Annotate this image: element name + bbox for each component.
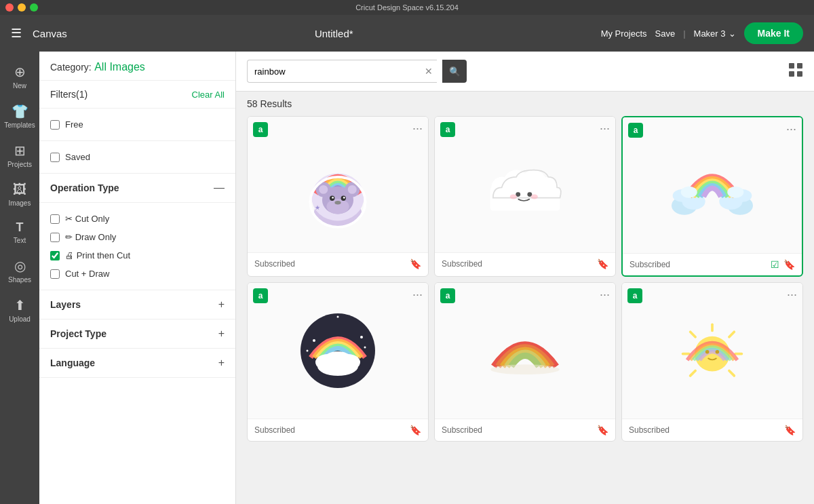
category-header: Category: All Images bbox=[39, 52, 235, 81]
category-value[interactable]: All Images bbox=[94, 61, 145, 73]
layers-header: Layers + bbox=[39, 290, 235, 319]
card-more-icon[interactable]: ··· bbox=[786, 123, 796, 135]
make-it-button[interactable]: Make It bbox=[744, 22, 803, 44]
card-footer: Subscribed 🔖 bbox=[435, 252, 615, 275]
print-then-cut-row: 🖨 Print then Cut bbox=[50, 246, 225, 265]
language-title: Language bbox=[50, 357, 95, 368]
svg-line-53 bbox=[691, 332, 695, 336]
image-card[interactable]: a ··· bbox=[434, 282, 616, 442]
operation-type-options: ✂ Cut Only ✏ Draw Only 🖨 Print then Cut bbox=[39, 203, 235, 290]
bookmark-icon[interactable]: 🔖 bbox=[597, 425, 608, 435]
svg-line-52 bbox=[729, 371, 734, 376]
title-bar: Cricut Design Space v6.15.204 bbox=[0, 0, 814, 15]
bookmark-icon[interactable]: 🔖 bbox=[410, 425, 421, 435]
svg-rect-0 bbox=[789, 63, 794, 69]
svg-point-16 bbox=[348, 185, 357, 194]
category-label: Category: bbox=[50, 62, 92, 73]
grid-toggle-icon[interactable] bbox=[788, 62, 803, 81]
my-projects-link[interactable]: My Projects bbox=[601, 28, 647, 39]
machine-selector[interactable]: Maker 3 ⌄ bbox=[694, 28, 736, 39]
card-badge: a bbox=[628, 123, 643, 138]
save-link[interactable]: Save bbox=[655, 28, 676, 39]
image-card[interactable]: a ··· bbox=[247, 282, 429, 442]
svg-point-43 bbox=[360, 336, 363, 338]
cut-draw-row: Cut + Draw bbox=[50, 265, 225, 283]
card-image-area: a ··· bbox=[248, 117, 428, 252]
saved-checkbox[interactable] bbox=[50, 153, 60, 162]
sidebar-item-shapes[interactable]: ◎ Shapes bbox=[2, 252, 37, 289]
svg-point-27 bbox=[510, 195, 517, 199]
bookmark-icon[interactable]: 🔖 bbox=[784, 425, 796, 435]
minimize-button[interactable] bbox=[18, 3, 26, 12]
hamburger-menu-icon[interactable]: ☰ bbox=[11, 26, 22, 41]
search-icon: 🔍 bbox=[449, 66, 461, 77]
free-checkbox-row: Free bbox=[50, 115, 225, 134]
card-image: ★ ★ bbox=[297, 144, 379, 225]
main-layout: ⊕ New 👕 Templates ⊞ Projects 🖼 Images T … bbox=[0, 52, 814, 504]
card-more-icon[interactable]: ··· bbox=[412, 122, 423, 134]
sidebar-item-images[interactable]: 🖼 Images bbox=[2, 176, 37, 212]
search-clear-icon[interactable]: ✕ bbox=[425, 66, 433, 77]
project-type-header: Project Type + bbox=[39, 319, 235, 349]
free-filter-section: Free bbox=[39, 109, 235, 141]
card-more-icon[interactable]: ··· bbox=[600, 122, 610, 134]
print-then-cut-label: 🖨 Print then Cut bbox=[65, 250, 130, 260]
svg-point-28 bbox=[531, 195, 538, 199]
card-more-icon[interactable]: ··· bbox=[600, 288, 610, 301]
operation-type-collapse-icon[interactable]: — bbox=[214, 182, 225, 194]
draw-only-label: ✏ Draw Only bbox=[65, 232, 116, 242]
card-image-area: a ··· bbox=[622, 283, 802, 419]
cut-only-icon: ✂ bbox=[65, 214, 75, 224]
cut-only-row: ✂ Cut Only bbox=[50, 210, 225, 228]
card-image bbox=[672, 144, 753, 226]
svg-point-34 bbox=[681, 187, 697, 198]
clear-all-button[interactable]: Clear All bbox=[192, 90, 225, 100]
svg-line-50 bbox=[729, 332, 734, 336]
bookmark-icon[interactable]: 🔖 bbox=[410, 258, 421, 269]
card-image bbox=[484, 310, 566, 391]
sidebar-item-projects[interactable]: ⊞ Projects bbox=[2, 137, 37, 174]
free-label[interactable]: Free bbox=[65, 119, 83, 130]
bookmark-icon[interactable]: 🔖 bbox=[597, 258, 608, 269]
projects-icon: ⊞ bbox=[14, 142, 26, 159]
card-more-icon[interactable]: ··· bbox=[787, 288, 797, 301]
card-image bbox=[297, 310, 379, 391]
saved-label[interactable]: Saved bbox=[65, 152, 90, 162]
image-card[interactable]: a ··· bbox=[247, 116, 429, 277]
image-grid: a ··· bbox=[236, 116, 814, 504]
svg-rect-3 bbox=[797, 71, 802, 77]
svg-point-56 bbox=[705, 350, 710, 354]
cut-only-checkbox[interactable] bbox=[50, 214, 60, 224]
image-card[interactable]: a ··· bbox=[621, 282, 803, 442]
cut-draw-checkbox[interactable] bbox=[50, 269, 60, 279]
search-button[interactable]: 🔍 bbox=[442, 60, 467, 83]
card-footer-icons: ☑ 🔖 bbox=[771, 259, 795, 270]
filters-header: Filters(1) Clear All bbox=[39, 81, 235, 109]
sidebar-item-templates[interactable]: 👕 Templates bbox=[2, 98, 37, 134]
layers-expand-icon[interactable]: + bbox=[218, 298, 225, 311]
maximize-button[interactable] bbox=[30, 3, 38, 12]
sidebar-item-upload[interactable]: ⬆ Upload bbox=[2, 292, 37, 328]
saved-filter-section: Saved bbox=[39, 141, 235, 174]
cut-draw-label: Cut + Draw bbox=[65, 269, 109, 279]
card-more-icon[interactable]: ··· bbox=[412, 288, 423, 301]
language-expand-icon[interactable]: + bbox=[218, 357, 225, 369]
sidebar-item-new[interactable]: ⊕ New bbox=[2, 58, 37, 95]
close-button[interactable] bbox=[5, 3, 14, 12]
bookmark-icon[interactable]: 🔖 bbox=[783, 259, 795, 270]
card-footer-icons: 🔖 bbox=[784, 425, 796, 435]
search-input[interactable] bbox=[247, 60, 437, 83]
draw-only-row: ✏ Draw Only bbox=[50, 228, 225, 246]
free-checkbox[interactable] bbox=[50, 120, 60, 130]
check-icon[interactable]: ☑ bbox=[771, 259, 779, 270]
image-card-selected[interactable]: a ··· bbox=[621, 116, 803, 277]
sidebar-item-text[interactable]: T Text bbox=[2, 215, 37, 250]
card-subscribed-label: Subscribed bbox=[442, 425, 482, 435]
image-card[interactable]: a ··· bbox=[434, 116, 616, 277]
card-footer-icons: 🔖 bbox=[410, 425, 421, 435]
svg-point-46 bbox=[337, 316, 339, 318]
svg-point-15 bbox=[319, 185, 328, 194]
print-then-cut-checkbox[interactable] bbox=[50, 251, 60, 260]
draw-only-checkbox[interactable] bbox=[50, 233, 60, 242]
project-type-expand-icon[interactable]: + bbox=[218, 328, 225, 340]
